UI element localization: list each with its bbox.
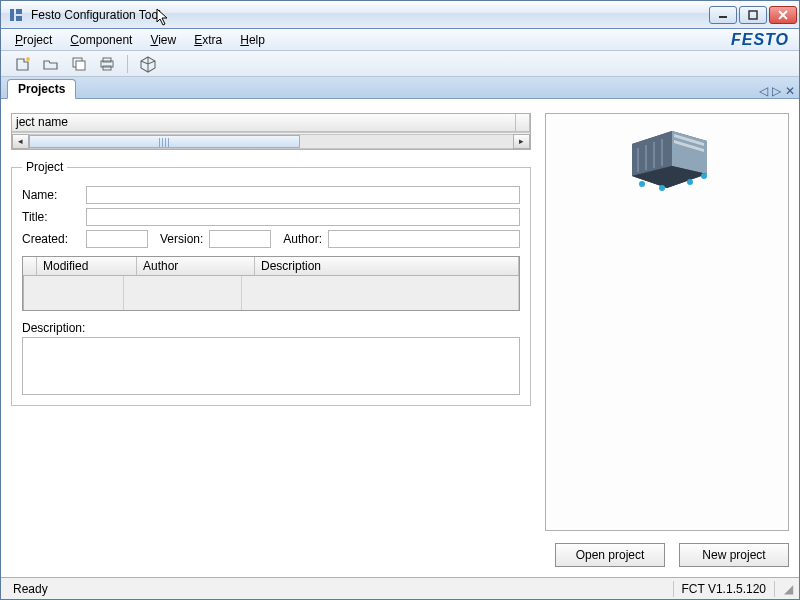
svg-rect-1 [16, 9, 22, 14]
svg-rect-2 [16, 16, 22, 21]
new-project-icon[interactable] [13, 54, 33, 74]
app-icon [8, 7, 24, 23]
field-created[interactable] [86, 230, 148, 248]
project-list-column-header[interactable]: ject name [12, 114, 516, 131]
menu-extra[interactable]: Extra [194, 33, 222, 47]
grid-corner [23, 257, 37, 275]
tab-prev-icon[interactable]: ◁ [759, 84, 768, 98]
project-list-column-extra[interactable] [516, 114, 530, 131]
label-author: Author: [283, 232, 322, 246]
grid-col-modified[interactable]: Modified [37, 257, 137, 275]
field-author[interactable] [328, 230, 520, 248]
field-version[interactable] [209, 230, 271, 248]
svg-point-25 [687, 179, 693, 185]
scroll-thumb[interactable] [29, 135, 300, 148]
label-created: Created: [22, 232, 80, 246]
content-area: ject name ◂ ▸ Project Name: Title: Crea [1, 99, 799, 577]
svg-point-7 [26, 57, 30, 61]
menu-help[interactable]: Help [240, 33, 265, 47]
status-version: FCT V1.1.5.120 [676, 582, 773, 596]
scroll-track[interactable] [29, 134, 513, 149]
field-name[interactable] [86, 186, 520, 204]
menu-project-label: roject [23, 33, 52, 47]
minimize-button[interactable] [709, 6, 737, 24]
tab-next-icon[interactable]: ▷ [772, 84, 781, 98]
grid-row[interactable] [23, 276, 519, 293]
svg-rect-4 [749, 11, 757, 19]
device-image [612, 126, 722, 196]
open-project-icon[interactable] [41, 54, 61, 74]
print-icon[interactable] [97, 54, 117, 74]
field-description[interactable] [22, 337, 520, 395]
toolbar [1, 51, 799, 77]
grid-col-author[interactable]: Author [137, 257, 255, 275]
menu-component[interactable]: Component [70, 33, 132, 47]
grid-col-description[interactable]: Description [255, 257, 519, 275]
status-ready: Ready [7, 582, 54, 596]
label-description: Description: [22, 321, 520, 335]
project-details-panel: Project Name: Title: Created: Version: A… [11, 160, 531, 406]
history-grid[interactable]: Modified Author Description [22, 256, 520, 311]
menubar: Project Component View Extra Help FESTO [1, 29, 799, 51]
brand-logo: FESTO [731, 31, 789, 49]
tab-projects[interactable]: Projects [7, 79, 76, 99]
label-title: Title: [22, 210, 80, 224]
window-title: Festo Configuration Tool [31, 8, 161, 22]
svg-rect-0 [10, 9, 14, 21]
new-project-button[interactable]: New project [679, 543, 789, 567]
project-legend: Project [22, 160, 67, 174]
titlebar: Festo Configuration Tool [1, 1, 799, 29]
project-list-hscroll[interactable]: ◂ ▸ [12, 132, 530, 149]
svg-point-24 [659, 185, 665, 191]
label-version: Version: [160, 232, 203, 246]
cube-icon[interactable] [138, 54, 158, 74]
menu-project[interactable]: Project [15, 33, 52, 47]
svg-point-23 [639, 181, 645, 187]
label-name: Name: [22, 188, 80, 202]
statusbar: Ready FCT V1.1.5.120 ◢ [1, 577, 799, 599]
tabstrip: Projects ◁ ▷ ✕ [1, 77, 799, 99]
stack-icon[interactable] [69, 54, 89, 74]
tab-close-icon[interactable]: ✕ [785, 84, 795, 98]
close-button[interactable] [769, 6, 797, 24]
svg-rect-9 [76, 61, 85, 70]
svg-point-26 [701, 173, 707, 179]
scroll-left-icon[interactable]: ◂ [12, 134, 29, 149]
device-preview-panel [545, 113, 789, 531]
open-project-button[interactable]: Open project [555, 543, 665, 567]
project-list[interactable]: ject name ◂ ▸ [11, 113, 531, 150]
scroll-right-icon[interactable]: ▸ [513, 134, 530, 149]
field-title[interactable] [86, 208, 520, 226]
maximize-button[interactable] [739, 6, 767, 24]
resize-grip-icon[interactable]: ◢ [777, 582, 793, 596]
menu-view[interactable]: View [150, 33, 176, 47]
grid-row[interactable] [23, 293, 519, 310]
